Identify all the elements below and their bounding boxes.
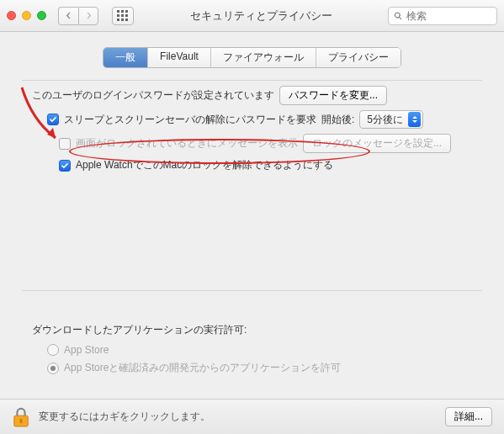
- set-lock-message-button: ロックのメッセージを設定...: [303, 134, 451, 153]
- search-input[interactable]: [406, 10, 492, 22]
- chevron-updown-icon: [408, 112, 421, 127]
- tab-bar: 一般 FileVault ファイアウォール プライバシー: [0, 47, 504, 68]
- change-password-button[interactable]: パスワードを変更...: [279, 86, 387, 105]
- apple-watch-unlock-checkbox[interactable]: [59, 160, 71, 172]
- close-button[interactable]: [7, 11, 16, 20]
- footer: 変更するにはカギをクリックします。 詳細...: [0, 399, 504, 434]
- svg-rect-2: [125, 10, 128, 13]
- download-appstore-identified-radio: [47, 363, 59, 374]
- apple-watch-unlock-label: Apple WatchでこのMacのロックを解除できるようにする: [76, 158, 333, 172]
- advanced-button[interactable]: 詳細...: [445, 407, 492, 426]
- svg-rect-6: [117, 19, 119, 21]
- svg-rect-10: [20, 418, 23, 423]
- download-apps-title: ダウンロードしたアプリケーションの実行許可:: [32, 323, 482, 337]
- login-password-status: このユーザのログインパスワードが設定されています: [32, 88, 274, 103]
- show-all-button[interactable]: [112, 7, 134, 25]
- nav-group: [58, 7, 98, 25]
- search-icon: [394, 11, 403, 21]
- require-password-after-label: 開始後:: [321, 113, 354, 127]
- show-lock-message-checkbox: [59, 138, 71, 150]
- content: このユーザのログインパスワードが設定されています パスワードを変更... スリー…: [0, 80, 504, 375]
- svg-rect-5: [125, 14, 128, 17]
- tab-firewall[interactable]: ファイアウォール: [211, 48, 316, 67]
- tab-privacy[interactable]: プライバシー: [316, 48, 401, 67]
- svg-rect-0: [117, 10, 119, 13]
- tab-filevault[interactable]: FileVault: [148, 48, 211, 67]
- divider: [22, 80, 482, 81]
- svg-rect-7: [121, 19, 124, 21]
- minimize-button[interactable]: [22, 11, 31, 20]
- tab-general[interactable]: 一般: [103, 48, 148, 67]
- show-lock-message-label: 画面がロックされているときにメッセージを表示: [76, 136, 298, 151]
- password-delay-select[interactable]: 5分後に: [359, 110, 423, 129]
- download-appstore-radio: [47, 344, 59, 356]
- lock-message: 変更するにはカギをクリックします。: [39, 410, 445, 424]
- svg-rect-4: [121, 14, 124, 17]
- lock-icon[interactable]: [12, 406, 30, 428]
- back-button[interactable]: [58, 7, 78, 25]
- window-title: セキュリティとプライバシー: [141, 8, 381, 24]
- search-field[interactable]: [388, 7, 497, 25]
- svg-rect-3: [117, 14, 119, 17]
- require-password-label: スリープとスクリーンセーバの解除にパスワードを要求: [64, 113, 316, 127]
- svg-rect-8: [125, 19, 128, 21]
- download-appstore-identified-label: App Storeと確認済みの開発元からのアプリケーションを許可: [64, 361, 341, 375]
- password-delay-value: 5分後に: [367, 113, 403, 127]
- titlebar: セキュリティとプライバシー: [0, 0, 504, 32]
- download-appstore-label: App Store: [64, 344, 109, 356]
- divider: [22, 290, 482, 291]
- traffic-lights: [7, 11, 46, 20]
- zoom-button[interactable]: [37, 11, 46, 20]
- tab-segment: 一般 FileVault ファイアウォール プライバシー: [103, 47, 401, 68]
- forward-button[interactable]: [78, 7, 98, 25]
- require-password-checkbox[interactable]: [47, 114, 59, 125]
- svg-rect-1: [121, 10, 124, 13]
